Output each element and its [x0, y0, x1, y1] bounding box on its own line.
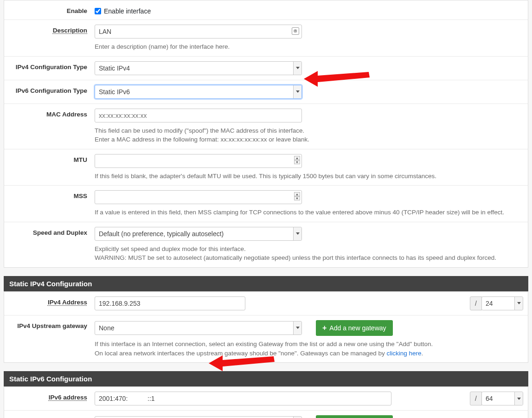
- slash-label: /: [470, 296, 482, 310]
- label-ipv4gw: IPv4 Upstream gateway: [9, 320, 95, 358]
- add-gateway-label: Add a new gateway: [329, 324, 386, 332]
- ipv4-gateway-select[interactable]: None: [95, 321, 302, 335]
- speed-select[interactable]: Default (no preference, typically autose…: [95, 227, 302, 241]
- help-speed: Explicitly set speed and duplex mode for…: [95, 244, 523, 263]
- annotation-arrow-ipv6type: [304, 67, 373, 90]
- row-mac: MAC Address This field can be used to mo…: [4, 104, 528, 149]
- label-mac: MAC Address: [9, 109, 95, 144]
- row-enable: Enable Enable interface: [4, 0, 528, 20]
- enable-checkbox[interactable]: [95, 8, 101, 14]
- row-ipv6gw: IPv6 Upstream gateway None + Add a new g…: [4, 411, 528, 418]
- description-input[interactable]: [95, 25, 302, 39]
- row-ipv6addr: IPv6 address / 64: [4, 387, 528, 411]
- ipv6-panel: IPv6 address / 64 IPv6 Upstream gateway …: [4, 386, 528, 418]
- label-mtu: MTU: [9, 154, 95, 181]
- ipv6-gateway-select[interactable]: None: [95, 416, 302, 418]
- label-ipv4addr: IPv4 Address: [9, 296, 95, 310]
- label-mss: MSS: [9, 190, 95, 217]
- mss-input[interactable]: [95, 190, 302, 204]
- enable-checkbox-text: Enable interface: [104, 7, 151, 15]
- label-enable: Enable: [9, 5, 95, 15]
- row-description: Description ⛃ Enter a description (name)…: [4, 20, 528, 57]
- label-ipv6gw: IPv6 Upstream gateway: [9, 415, 95, 418]
- add-ipv4-gateway-button[interactable]: + Add a new gateway: [316, 320, 393, 336]
- save-icon: ⛃: [292, 27, 299, 35]
- row-ipv6type: IPv6 Configuration Type Static IPv6: [4, 80, 528, 104]
- mac-input[interactable]: [95, 109, 302, 122]
- help-ipv4gw: If this interface is an Internet connect…: [95, 340, 523, 358]
- row-speed: Speed and Duplex Default (no preference,…: [4, 222, 528, 267]
- general-panel: Enable Enable interface Description ⛃ En…: [4, 0, 528, 268]
- plus-icon: +: [322, 324, 327, 332]
- label-ipv4type: IPv4 Configuration Type: [9, 61, 95, 75]
- label-speed: Speed and Duplex: [9, 227, 95, 263]
- svg-marker-1: [209, 355, 275, 371]
- enable-checkbox-label[interactable]: Enable interface: [95, 5, 523, 15]
- help-description: Enter a description (name) for the inter…: [95, 42, 523, 51]
- label-ipv6addr: IPv6 address: [9, 392, 95, 405]
- stepper-icon[interactable]: ▲▼: [294, 156, 300, 164]
- gateway-manage-link[interactable]: clicking here: [386, 350, 421, 357]
- ipv6-address-input[interactable]: [95, 392, 391, 405]
- ipv4type-select[interactable]: Static IPv4: [95, 61, 302, 75]
- row-mss: MSS ▲▼ If a value is entered in this fie…: [4, 186, 528, 222]
- ipv6-prefix-select[interactable]: 64: [481, 392, 523, 405]
- label-ipv6type: IPv6 Configuration Type: [9, 85, 95, 99]
- help-mss: If a value is entered in this field, the…: [95, 208, 523, 217]
- row-mtu: MTU ▲▼ If this field is blank, the adapt…: [4, 149, 528, 186]
- ipv6type-select[interactable]: Static IPv6: [95, 85, 302, 99]
- slash-label: /: [470, 392, 482, 405]
- ipv4-prefix-select[interactable]: 24: [481, 296, 523, 310]
- mtu-input[interactable]: [95, 154, 302, 168]
- add-ipv6-gateway-button[interactable]: + Add a new gateway: [316, 415, 393, 418]
- help-mtu: If this field is blank, the adapter's de…: [95, 172, 523, 181]
- ipv4-section-header: Static IPv4 Configuration: [4, 276, 528, 291]
- help-mac: This field can be used to modify ("spoof…: [95, 126, 523, 144]
- stepper-icon[interactable]: ▲▼: [294, 192, 300, 200]
- annotation-arrow-ipv6addr: [209, 352, 278, 375]
- svg-marker-0: [304, 71, 370, 87]
- label-description: Description: [9, 25, 95, 51]
- row-ipv4type: IPv4 Configuration Type Static IPv4: [4, 57, 528, 80]
- row-ipv4addr: IPv4 Address / 24: [4, 292, 528, 315]
- ipv4-address-input[interactable]: [95, 296, 245, 310]
